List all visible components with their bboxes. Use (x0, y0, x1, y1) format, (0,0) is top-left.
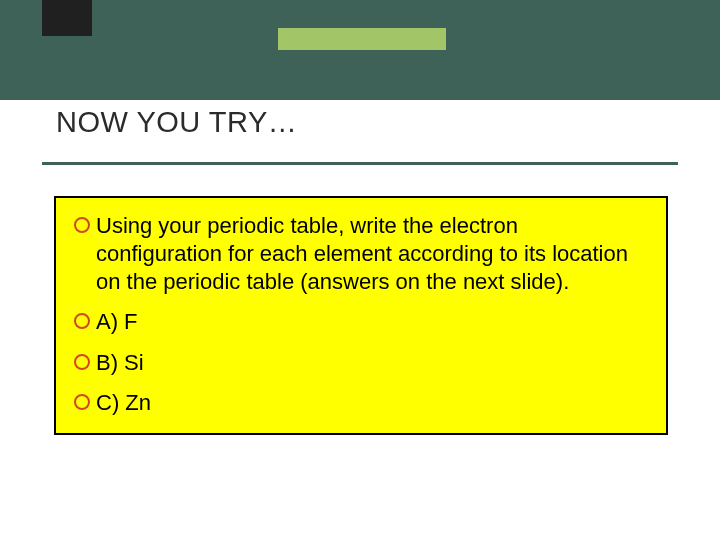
option-c-text: C) Zn (96, 389, 648, 417)
bullet-option-c: C) Zn (74, 389, 648, 417)
accent-block-green (278, 28, 446, 50)
slide-title: NOW YOU TRY… (56, 106, 297, 139)
circle-bullet-icon (74, 354, 90, 370)
bullet-intro: Using your periodic table, write the ele… (74, 212, 648, 296)
bullet-option-a: A) F (74, 308, 648, 336)
title-underline (42, 162, 678, 165)
intro-text: Using your periodic table, write the ele… (96, 212, 648, 296)
header-band (0, 0, 720, 100)
option-b-text: B) Si (96, 349, 648, 377)
accent-block-dark (42, 0, 92, 36)
bullet-option-b: B) Si (74, 349, 648, 377)
circle-bullet-icon (74, 217, 90, 233)
option-a-text: A) F (96, 308, 648, 336)
content-box: Using your periodic table, write the ele… (54, 196, 668, 435)
circle-bullet-icon (74, 313, 90, 329)
circle-bullet-icon (74, 394, 90, 410)
